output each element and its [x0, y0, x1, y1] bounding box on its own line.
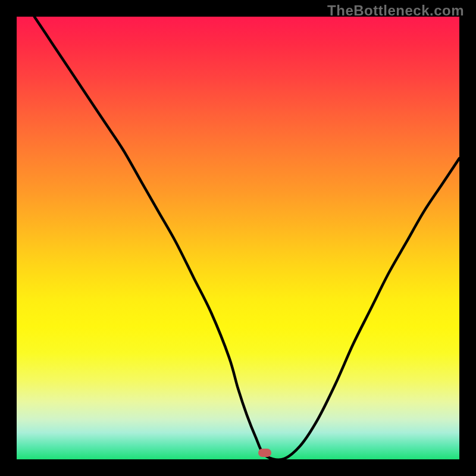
bottleneck-curve — [35, 17, 459, 459]
watermark-text: TheBottleneck.com — [327, 2, 464, 19]
curve-layer — [17, 17, 459, 459]
optimal-point-marker — [258, 449, 271, 457]
plot-area — [17, 17, 459, 459]
chart-root: TheBottleneck.com — [0, 0, 476, 476]
